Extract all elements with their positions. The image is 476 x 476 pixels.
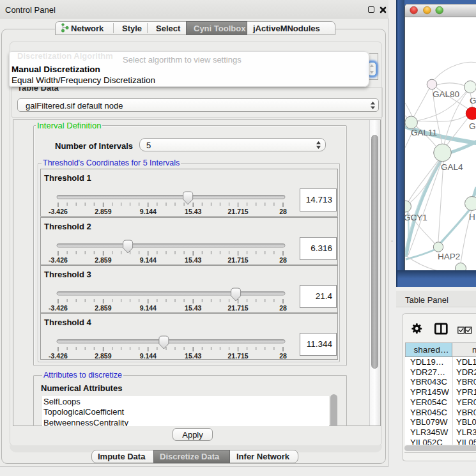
svg-text:G: G	[469, 121, 476, 131]
svg-text:-3.426: -3.426	[49, 256, 68, 264]
svg-text:H: H	[469, 212, 475, 222]
svg-text:15.43: 15.43	[185, 208, 201, 215]
svg-text:HAP2: HAP2	[438, 252, 460, 261]
svg-text:-3.426: -3.426	[49, 352, 68, 360]
svg-text:15.43: 15.43	[185, 304, 201, 312]
svg-text:9.144: 9.144	[140, 208, 157, 215]
svg-text:15.43: 15.43	[185, 256, 201, 264]
svg-text:15.43: 15.43	[185, 352, 201, 360]
svg-text:GA: GA	[470, 96, 476, 105]
svg-text:-3.426: -3.426	[49, 208, 68, 215]
svg-text:28: 28	[279, 352, 287, 360]
svg-text:21.715: 21.715	[228, 208, 249, 215]
svg-text:2.859: 2.859	[95, 208, 111, 215]
svg-text:GAL11: GAL11	[411, 128, 437, 137]
svg-text:GCY1: GCY1	[405, 213, 427, 222]
svg-text:-3.426: -3.426	[49, 304, 68, 312]
svg-text:28: 28	[279, 208, 287, 215]
svg-text:28: 28	[279, 304, 287, 312]
svg-text:21.715: 21.715	[228, 256, 249, 264]
svg-text:28: 28	[279, 256, 287, 264]
svg-text:2.859: 2.859	[95, 256, 111, 264]
svg-text:21.715: 21.715	[228, 352, 249, 360]
svg-text:GAL4: GAL4	[441, 162, 463, 172]
svg-text:2.859: 2.859	[95, 352, 111, 360]
svg-text:9.144: 9.144	[140, 352, 157, 360]
svg-text:21.715: 21.715	[228, 304, 249, 312]
svg-text:9.144: 9.144	[140, 304, 157, 312]
svg-text:9.144: 9.144	[140, 256, 157, 264]
svg-text:GAL80: GAL80	[433, 89, 459, 99]
svg-text:2.859: 2.859	[95, 304, 111, 312]
